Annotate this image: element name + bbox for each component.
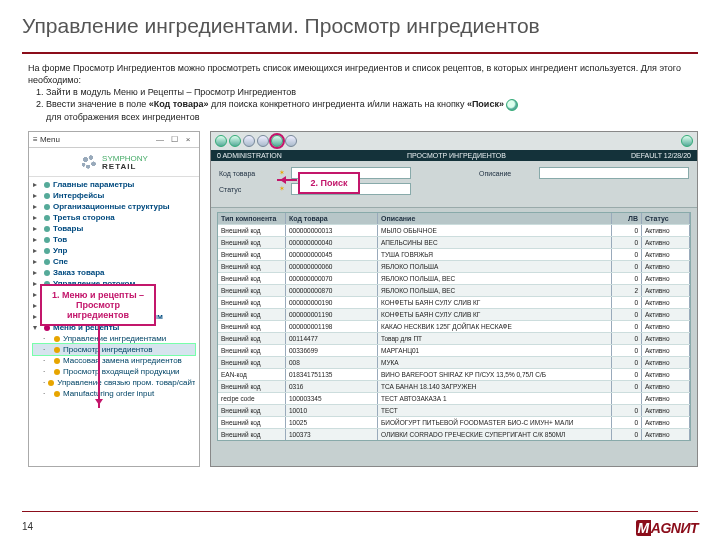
sidebar-item[interactable]: ·Управление ингредиентами: [33, 333, 195, 344]
table-row[interactable]: Внешний код10025БИОЙОГУРТ ПИТЬЕВОЙ FOODM…: [218, 416, 690, 428]
filter-desc-input[interactable]: [539, 167, 689, 179]
arrow-callout1: [98, 314, 100, 408]
filter-desc-label: Описание: [479, 170, 533, 177]
divider-top: [22, 52, 698, 54]
nav-prev-icon[interactable]: [215, 135, 227, 147]
col-status[interactable]: Статус: [642, 213, 690, 224]
table-row[interactable]: Внешний код008МУКА0Активно: [218, 356, 690, 368]
callout-menu: 1. Меню и рецепты – Просмотр ингредиенто…: [40, 284, 156, 326]
table-row[interactable]: Внешний код00336699МАРГАНЦ010Активно: [218, 344, 690, 356]
sidebar-item[interactable]: ▸Заказ товара: [33, 267, 195, 278]
table-row[interactable]: Внешний код000000001190КОНФЕТЫ БАЯН СУЛУ…: [218, 308, 690, 320]
intro-step2: Ввести значение в поле «Код товара» для …: [46, 98, 698, 123]
table-row[interactable]: Внешний код000000000040АПЕЛЬСИНЫ ВЕС0Акт…: [218, 236, 690, 248]
intro-p1: На форме Просмотр Ингредиентов можно про…: [28, 62, 698, 86]
filter-status-label: Статус: [219, 186, 273, 193]
maximize-icon[interactable]: ☐: [167, 135, 181, 144]
table-row[interactable]: Внешний код0316ТСА БАНАН 18.140 ЗАГРУЖЕН…: [218, 380, 690, 392]
sidebar-item[interactable]: ·Управление связью пром. товар/сайт: [33, 377, 195, 388]
table-row[interactable]: Внешний код10010ТЕСТ0Активно: [218, 404, 690, 416]
table-row[interactable]: Внешний код00114477Товар для ПТ0Активно: [218, 332, 690, 344]
filter-code-label: Код товара: [219, 170, 273, 177]
search-button[interactable]: [271, 135, 283, 147]
table-row[interactable]: Внешний код000000000013МЫЛО ОБЫЧНОЕ0Акти…: [218, 224, 690, 236]
arrow-callout2: [277, 179, 297, 181]
results-grid: Тип компонента Код товара Описание ЛВ Ст…: [217, 212, 691, 441]
grid-header: Тип компонента Код товара Описание ЛВ Ст…: [218, 213, 690, 224]
logo: SYMPHONYRETAIL: [29, 148, 199, 177]
table-row[interactable]: Внешний код100373ОЛИВКИ СORRADO ГРЕЧЕСКИ…: [218, 428, 690, 440]
col-code[interactable]: Код товара: [286, 213, 378, 224]
sidebar-item[interactable]: ▸Спе: [33, 256, 195, 267]
brand-logo: MAGNИТ: [636, 520, 698, 536]
table-row[interactable]: EAN-код018341751135ВИНО BAREFOOT SHIRAZ …: [218, 368, 690, 380]
logo-icon: [80, 154, 98, 172]
table-row[interactable]: recipe code100003345ТЕСТ АВТОЗАКАЗА 1Акт…: [218, 392, 690, 404]
intro-step1: Зайти в модуль Меню и Рецепты – Просмотр…: [46, 86, 698, 98]
table-row[interactable]: Внешний код000000000060ЯБЛОКО ПОЛЬША0Акт…: [218, 260, 690, 272]
minimize-icon[interactable]: —: [153, 135, 167, 144]
sidebar-item[interactable]: ·Массовая замена ингредиентов: [33, 355, 195, 366]
page-number: 14: [22, 521, 33, 532]
sidebar-item[interactable]: ▸Тов: [33, 234, 195, 245]
crumb-center: ПРОСМОТР ИНГРЕДИЕНТОВ: [282, 152, 631, 159]
menu-titlebar: ≡ Menu — ☐ ×: [29, 132, 199, 148]
breadcrumb: 0 ADMINISTRATION ПРОСМОТР ИНГРЕДИЕНТОВ D…: [211, 150, 697, 161]
sidebar-item[interactable]: ▸Упр: [33, 245, 195, 256]
toolbar: [211, 132, 697, 150]
close-icon[interactable]: ×: [181, 135, 195, 144]
sidebar-item[interactable]: ▸Организационные структуры: [33, 201, 195, 212]
sidebar-item[interactable]: ▸Главные параметры: [33, 179, 195, 190]
sidebar-item[interactable]: ▸Третья сторона: [33, 212, 195, 223]
sidebar-item[interactable]: ·Просмотр входящей продукции: [33, 366, 195, 377]
filter-panel: Код товара ✶ Описание Статус ✶: [211, 161, 697, 208]
refresh-icon[interactable]: [681, 135, 693, 147]
required-icon: ✶: [279, 185, 285, 193]
slide-title: Управление ингредиентами. Просмотр ингре…: [22, 14, 698, 38]
tool-icon[interactable]: [257, 135, 269, 147]
sidebar-item[interactable]: ·Manufacturing order input: [33, 388, 195, 399]
crumb-right: DEFAULT 12/28/20: [631, 152, 691, 159]
table-row[interactable]: Внешний код000000000070ЯБЛОКО ПОЛЬША, ВЕ…: [218, 272, 690, 284]
callout-search: 2. Поиск: [298, 172, 360, 194]
crumb-left: 0 ADMINISTRATION: [217, 152, 282, 159]
sidebar-item[interactable]: ▸Товары: [33, 223, 195, 234]
hamburger-icon[interactable]: ≡: [33, 135, 38, 144]
tool-icon[interactable]: [243, 135, 255, 147]
tool-icon[interactable]: [285, 135, 297, 147]
table-row[interactable]: Внешний код000000000190КОНФЕТЫ БАЯН СУЛУ…: [218, 296, 690, 308]
table-row[interactable]: Внешний код000000001198КАКАО НЕСКВИК 125…: [218, 320, 690, 332]
search-icon: [506, 99, 518, 111]
sidebar-item[interactable]: ▸Интерфейсы: [33, 190, 195, 201]
intro-block: На форме Просмотр Ингредиентов можно про…: [22, 62, 698, 123]
nav-next-icon[interactable]: [229, 135, 241, 147]
col-type[interactable]: Тип компонента: [218, 213, 286, 224]
menu-title: Menu: [40, 135, 60, 144]
col-lb[interactable]: ЛВ: [612, 213, 642, 224]
col-desc[interactable]: Описание: [378, 213, 612, 224]
sidebar-item-view-ingredients[interactable]: ·Просмотр ингредиентов: [33, 344, 195, 355]
table-row[interactable]: Внешний код000000000870ЯБЛОКО ПОЛЬША, ВЕ…: [218, 284, 690, 296]
table-row[interactable]: Внешний код000000000045ТУША ГОВЯЖЬЯ0Акти…: [218, 248, 690, 260]
